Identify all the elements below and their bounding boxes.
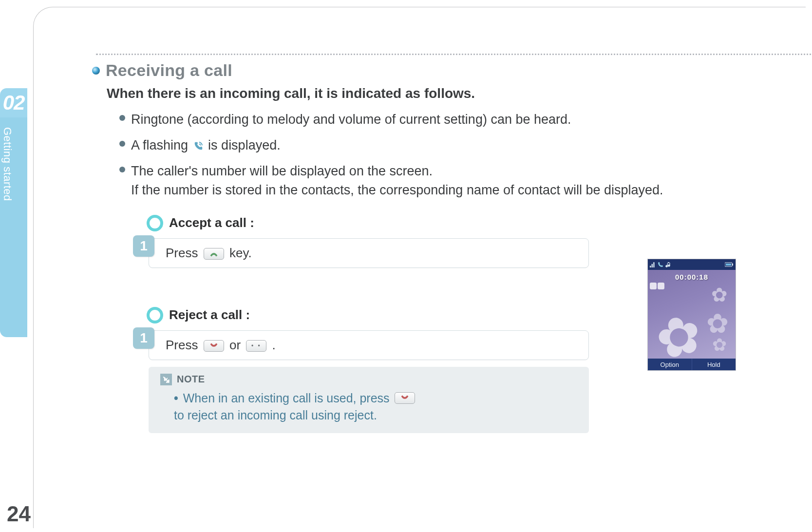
bullet-text: Ringtone (according to melody and volume… — [131, 110, 571, 129]
bullet-list: Ringtone (according to melody and volume… — [119, 110, 812, 200]
softkey-right: Hold — [692, 359, 736, 370]
mini-icon — [658, 283, 664, 289]
svg-rect-1 — [726, 264, 731, 266]
reject-step-body: Press or . — [149, 330, 589, 360]
end-key-icon — [204, 340, 224, 352]
note-label: NOTE — [177, 374, 205, 385]
chapter-number-badge: 02 — [0, 88, 27, 117]
dotted-divider — [96, 54, 812, 55]
bullet-item: Ringtone (according to melody and volume… — [119, 110, 812, 129]
accept-text-post: key. — [229, 246, 252, 260]
reject-text-post: . — [272, 338, 276, 352]
note-text-post: to reject an incoming call using reject. — [174, 408, 377, 422]
side-key-icon — [246, 340, 266, 352]
accept-step-card: 1 Press key. — [136, 238, 589, 268]
bullet-text-post: is displayed. — [208, 138, 281, 152]
wallpaper-clover-icon: ✿ — [712, 335, 727, 355]
phone-call-timer: 00:00:18 — [648, 273, 736, 281]
section-heading: Receiving a call — [106, 61, 232, 80]
phone-softkey-bar: Option Hold — [648, 359, 736, 370]
content-area: Receiving a call When there is an incomi… — [92, 61, 812, 433]
accept-heading-row: Accept a call : — [147, 215, 594, 231]
reject-heading-row: Reject a call : — [147, 307, 594, 323]
bullet-text-pre: A flashing — [131, 138, 192, 152]
heading-bullet-icon — [92, 67, 100, 75]
battery-icon — [725, 262, 734, 267]
reject-text-pre: Press — [166, 338, 202, 352]
svg-rect-2 — [732, 264, 733, 266]
bullet-item: The caller's number will be displayed on… — [119, 162, 812, 200]
note-body: • When in an existing call is used, pres… — [174, 391, 577, 422]
ring-bullet-icon — [147, 215, 163, 231]
bullet-text-line1: The caller's number will be displayed on… — [131, 164, 433, 178]
reject-step-card: 1 Press or . — [136, 330, 589, 360]
note-arrow-icon — [160, 374, 172, 385]
softkey-left: Option — [648, 359, 692, 370]
reject-title: Reject a call : — [169, 307, 250, 323]
note-card: NOTE • When in an existing call is used,… — [149, 367, 589, 433]
bullet-dot-icon — [119, 167, 125, 172]
reject-text-mid: or — [229, 338, 244, 352]
phone-status-bar — [648, 259, 736, 270]
accept-text-pre: Press — [166, 246, 202, 260]
bullet-text-line2: If the number is stored in the contacts,… — [131, 183, 663, 197]
status-left-icons — [650, 262, 671, 267]
note-bullet-icon: • — [174, 391, 178, 405]
call-status-icon — [658, 262, 663, 267]
incoming-call-icon — [193, 141, 204, 152]
bullet-text: A flashing is displayed. — [131, 136, 281, 155]
signal-icon — [650, 262, 656, 267]
phone-screenshot: 00:00:18 ✿ ✿ ✿ ✿ Option Hold — [647, 259, 736, 371]
mini-icon — [650, 283, 657, 289]
side-tab-label: Getting started — [1, 127, 14, 201]
accept-title: Accept a call : — [169, 215, 254, 230]
step-number-badge: 1 — [133, 327, 154, 349]
ring-bullet-icon — [147, 307, 163, 323]
note-text-pre: When in an existing call is used, press — [183, 391, 390, 405]
page-number: 24 — [7, 502, 31, 526]
bullet-item: A flashing is displayed. — [119, 136, 812, 155]
accept-step-body: Press key. — [149, 238, 589, 268]
intro-text: When there is an incoming call, it is in… — [107, 86, 812, 101]
send-key-icon — [204, 248, 224, 260]
section-heading-row: Receiving a call — [92, 61, 812, 80]
status-right-icons — [725, 262, 734, 267]
note-heading-row: NOTE — [160, 374, 577, 385]
step-number-badge: 1 — [133, 235, 154, 257]
end-key-icon — [395, 392, 415, 404]
bullet-text: The caller's number will be displayed on… — [131, 162, 663, 200]
music-note-icon — [665, 262, 671, 267]
bullet-dot-icon — [119, 115, 125, 121]
page-frame: Receiving a call When there is an incomi… — [33, 7, 806, 528]
bullet-dot-icon — [119, 141, 125, 147]
phone-side-icons — [650, 283, 664, 289]
side-tab: Getting started — [0, 117, 27, 337]
wallpaper-clover-icon: ✿ — [711, 284, 728, 306]
